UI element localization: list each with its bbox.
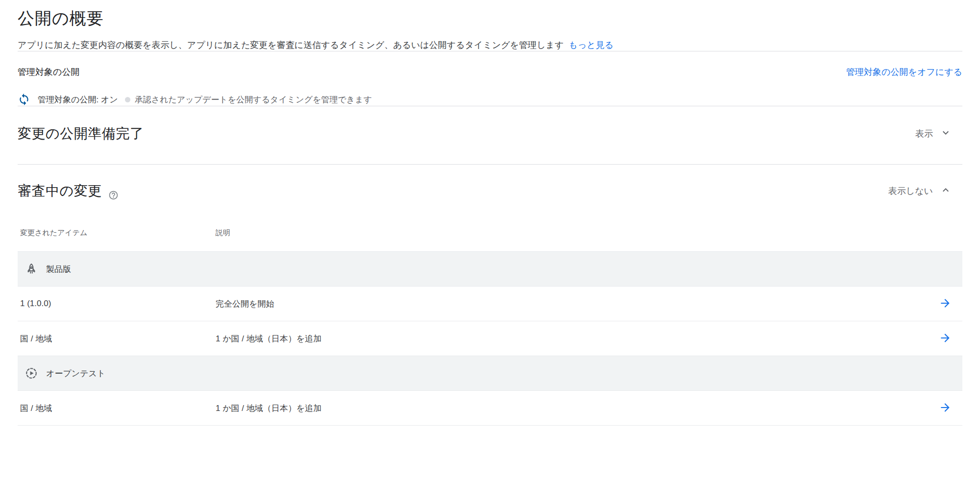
group-row-label: オープンテスト	[46, 368, 105, 379]
arrow-right-icon	[939, 401, 952, 415]
table-group-row-production: 製品版	[18, 252, 962, 287]
page-subtitle: アプリに加えた変更内容の概要を表示し、アプリに加えた変更を審査に送信するタイミン…	[18, 39, 962, 51]
table-header-item-column: 変更されたアイテム	[18, 228, 216, 238]
open-testing-icon	[25, 367, 38, 380]
managed-publishing-status-description: 承認されたアップデートを公開するタイミングを管理できます	[135, 94, 372, 105]
ready-changes-section-header: 変更の公開準備完了 表示	[18, 106, 962, 164]
chevron-up-icon	[940, 184, 952, 198]
sync-icon	[18, 93, 30, 106]
dot-separator-icon	[125, 97, 130, 102]
page-subtitle-text: アプリに加えた変更内容の概要を表示し、アプリに加えた変更を審査に送信するタイミン…	[18, 40, 564, 50]
in-review-title-wrap: 審査中の変更	[18, 181, 119, 201]
in-review-toggle[interactable]: 表示しない	[888, 184, 952, 198]
arrow-right-icon	[939, 332, 952, 346]
publishing-overview-page: 公開の概要 アプリに加えた変更内容の概要を表示し、アプリに加えた変更を審査に送信…	[0, 0, 980, 426]
divider	[18, 51, 962, 51]
learn-more-link[interactable]: もっと見る	[568, 40, 613, 50]
row-arrow-button[interactable]	[939, 332, 952, 346]
changed-item-cell: 国 / 地域	[18, 403, 216, 414]
arrow-right-icon	[939, 297, 952, 311]
managed-publishing-turn-off-link[interactable]: 管理対象の公開をオフにする	[846, 67, 962, 77]
rocket-icon	[25, 263, 38, 275]
ready-changes-section-title: 変更の公開準備完了	[18, 124, 144, 144]
help-icon[interactable]	[108, 190, 119, 200]
in-review-section-title: 審査中の変更	[18, 181, 102, 201]
in-review-section-header: 審査中の変更 表示しない	[18, 165, 962, 201]
table-header: 変更されたアイテム 説明	[18, 228, 962, 251]
row-arrow-button[interactable]	[939, 401, 952, 415]
managed-publishing-label: 管理対象の公開	[18, 67, 79, 77]
managed-publishing-header: 管理対象の公開 管理対象の公開をオフにする	[18, 67, 962, 77]
table-group-row-open-testing: オープンテスト	[18, 356, 962, 391]
table-row: 国 / 地域 1 か国 / 地域（日本）を追加	[18, 321, 962, 356]
description-cell: 完全公開を開始	[216, 298, 928, 310]
changed-item-cell: 国 / 地域	[18, 333, 216, 344]
description-cell: 1 か国 / 地域（日本）を追加	[216, 333, 928, 344]
table-row: 1 (1.0.0) 完全公開を開始	[18, 287, 962, 321]
ready-changes-toggle[interactable]: 表示	[915, 127, 952, 141]
table-row: 国 / 地域 1 か国 / 地域（日本）を追加	[18, 391, 962, 426]
managed-publishing-status: 管理対象の公開: オン	[38, 94, 118, 105]
row-arrow-button[interactable]	[939, 297, 952, 311]
group-row-label: 製品版	[46, 264, 71, 275]
in-review-toggle-label: 表示しない	[888, 185, 933, 197]
managed-publishing-status-row: 管理対象の公開: オン 承認されたアップデートを公開するタイミングを管理できます	[18, 93, 962, 106]
description-cell: 1 か国 / 地域（日本）を追加	[216, 403, 928, 414]
changed-item-cell: 1 (1.0.0)	[18, 299, 216, 309]
ready-changes-toggle-label: 表示	[915, 128, 933, 140]
table-header-description-column: 説明	[216, 228, 928, 238]
in-review-changes-table: 製品版 1 (1.0.0) 完全公開を開始 国 / 地域 1 か国 / 地域（日…	[18, 251, 962, 426]
chevron-down-icon	[940, 127, 952, 141]
page-title: 公開の概要	[18, 0, 962, 29]
